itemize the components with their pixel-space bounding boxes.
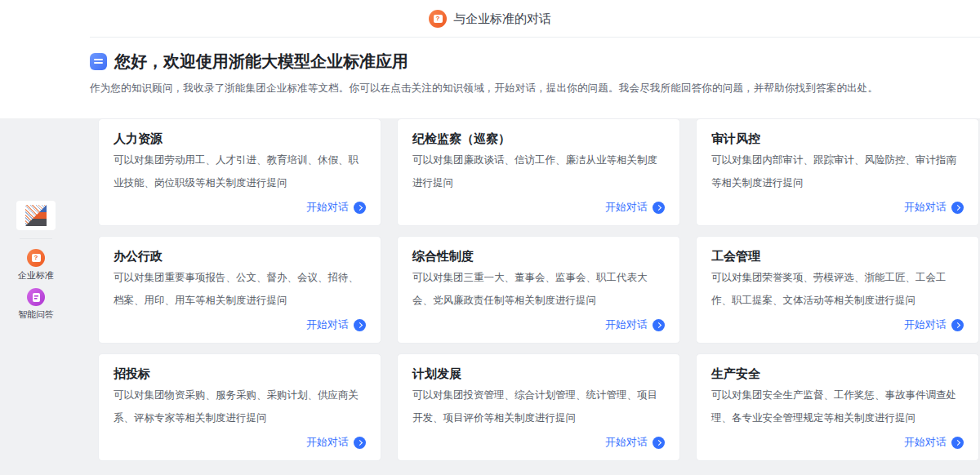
knowledge-card[interactable]: 工会管理 可以对集团荣誉奖项、劳模评选、浙能工匠、工会工作、职工提案、文体活动等…	[696, 236, 979, 344]
start-chat-label: 开始对话	[904, 435, 947, 450]
arrow-right-circle-icon	[653, 437, 665, 449]
knowledge-card[interactable]: 生产安全 可以对集团安全生产监督、工作奖惩、事故事件调查处理、各专业安全管理规定…	[696, 353, 979, 461]
page: ? 与企业标准的对话 您好，欢迎使用浙能大模型企业标准应用 作为您的知识顾问，我…	[0, 0, 980, 475]
card-title: 计划发展	[412, 366, 665, 382]
start-chat-button[interactable]: 开始对话	[605, 435, 665, 450]
arrow-right-circle-icon	[951, 319, 964, 331]
arrow-right-circle-icon	[951, 437, 964, 449]
start-chat-label: 开始对话	[605, 200, 648, 215]
sidebar-item-smart-qa[interactable]: 智能问答	[18, 288, 54, 321]
card-title: 招投标	[114, 366, 366, 382]
start-chat-label: 开始对话	[904, 317, 947, 332]
card-footer: 开始对话	[114, 200, 366, 215]
left-sidebar: ? 企业标准 智能问答	[11, 201, 60, 321]
arrow-right-circle-icon	[354, 319, 366, 331]
arrow-right-circle-icon	[653, 202, 665, 214]
knowledge-card[interactable]: 招投标 可以对集团物资采购、服务采购、采购计划、供应商关系、评标专家等相关制度进…	[98, 353, 381, 461]
knowledge-card[interactable]: 办公行政 可以对集团重要事项报告、公文、督办、会议、招待、档案、用印、用车等相关…	[98, 236, 381, 344]
card-description: 可以对集团重要事项报告、公文、督办、会议、招待、档案、用印、用车等相关制度进行提…	[114, 266, 366, 312]
knowledge-card[interactable]: 审计风控 可以对集团内部审计、跟踪审计、风险防控、审计指南等相关制度进行提问 开…	[696, 118, 979, 226]
top-header: ? 与企业标准的对话	[0, 0, 980, 38]
card-description: 可以对集团廉政谈话、信访工作、廉洁从业等相关制度进行提问	[412, 149, 665, 194]
card-footer: 开始对话	[711, 200, 964, 215]
chat-question-icon: ?	[27, 249, 45, 267]
card-description: 可以对集团内部审计、跟踪审计、风险防控、审计指南等相关制度进行提问	[711, 149, 964, 194]
card-title: 审计风控	[711, 131, 964, 147]
sidebar-item-label: 企业标准	[18, 269, 54, 282]
card-grid: 人力资源 可以对集团劳动用工、人才引进、教育培训、休假、职业技能、岗位职级等相关…	[98, 118, 980, 461]
zhenergy-logo-icon	[25, 205, 47, 226]
card-title: 办公行政	[114, 249, 366, 264]
card-title: 工会管理	[711, 249, 964, 264]
card-title: 生产安全	[711, 366, 964, 382]
start-chat-label: 开始对话	[605, 435, 648, 450]
card-description: 可以对集团物资采购、服务采购、采购计划、供应商关系、评标专家等相关制度进行提问	[114, 384, 366, 429]
card-title: 纪检监察（巡察）	[412, 131, 665, 147]
arrow-right-circle-icon	[354, 202, 366, 214]
chat-question-icon: ?	[429, 10, 447, 28]
page-title: 与企业标准的对话	[453, 11, 551, 27]
start-chat-label: 开始对话	[306, 435, 349, 450]
card-description: 可以对集团安全生产监督、工作奖惩、事故事件调查处理、各专业安全管理规定等相关制度…	[711, 384, 964, 429]
logo-tile	[16, 201, 56, 230]
knowledge-card[interactable]: 纪检监察（巡察） 可以对集团廉政谈话、信访工作、廉洁从业等相关制度进行提问 开始…	[397, 118, 680, 226]
arrow-right-circle-icon	[951, 202, 964, 214]
card-footer: 开始对话	[412, 317, 665, 332]
arrow-right-circle-icon	[653, 319, 665, 331]
greeting-section: 您好，欢迎使用浙能大模型企业标准应用 作为您的知识顾问，我收录了浙能集团企业标准…	[0, 38, 980, 118]
knowledge-card[interactable]: 综合性制度 可以对集团三重一大、董事会、监事会、职工代表大会、党风廉政责任制等相…	[397, 236, 680, 344]
card-footer: 开始对话	[711, 317, 964, 332]
start-chat-label: 开始对话	[904, 200, 947, 215]
start-chat-button[interactable]: 开始对话	[306, 435, 366, 450]
card-description: 可以对集团三重一大、董事会、监事会、职工代表大会、党风廉政责任制等相关制度进行提…	[412, 266, 665, 312]
start-chat-button[interactable]: 开始对话	[904, 200, 964, 215]
card-footer: 开始对话	[711, 435, 964, 450]
sidebar-item-label: 智能问答	[18, 309, 54, 321]
start-chat-button[interactable]: 开始对话	[306, 200, 366, 215]
card-description: 可以对集团荣誉奖项、劳模评选、浙能工匠、工会工作、职工提案、文体活动等相关制度进…	[711, 266, 964, 312]
card-footer: 开始对话	[114, 435, 366, 450]
card-title: 人力资源	[114, 131, 366, 147]
sidebar-item-enterprise-standards[interactable]: ? 企业标准	[18, 249, 54, 282]
card-description: 可以对集团投资管理、综合计划管理、统计管理、项目开发、项目评价等相关制度进行提问	[412, 384, 665, 429]
start-chat-button[interactable]: 开始对话	[605, 200, 665, 215]
start-chat-label: 开始对话	[605, 317, 648, 332]
greeting-subtitle: 作为您的知识顾问，我收录了浙能集团企业标准等文档。你可以在点击关注的知识领域，开…	[90, 82, 947, 95]
start-chat-button[interactable]: 开始对话	[904, 317, 964, 332]
start-chat-button[interactable]: 开始对话	[605, 317, 665, 332]
arrow-right-circle-icon	[354, 437, 366, 449]
card-description: 可以对集团劳动用工、人才引进、教育培训、休假、职业技能、岗位职级等相关制度进行提…	[114, 149, 366, 194]
start-chat-label: 开始对话	[306, 200, 349, 215]
rail-divider	[20, 238, 52, 239]
knowledge-card[interactable]: 计划发展 可以对集团投资管理、综合计划管理、统计管理、项目开发、项目评价等相关制…	[397, 353, 680, 461]
start-chat-button[interactable]: 开始对话	[904, 435, 964, 450]
document-qa-icon	[27, 288, 45, 306]
start-chat-button[interactable]: 开始对话	[306, 317, 366, 332]
card-footer: 开始对话	[412, 200, 665, 215]
cards-section: 人力资源 可以对集团劳动用工、人才引进、教育培训、休假、职业技能、岗位职级等相关…	[0, 118, 980, 475]
card-footer: 开始对话	[114, 317, 366, 332]
card-footer: 开始对话	[412, 435, 665, 450]
start-chat-label: 开始对话	[306, 317, 349, 332]
greeting-title: 您好，欢迎使用浙能大模型企业标准应用	[114, 51, 408, 73]
chat-bubble-icon	[90, 53, 107, 70]
card-title: 综合性制度	[412, 249, 665, 264]
knowledge-card[interactable]: 人力资源 可以对集团劳动用工、人才引进、教育培训、休假、职业技能、岗位职级等相关…	[98, 118, 381, 226]
